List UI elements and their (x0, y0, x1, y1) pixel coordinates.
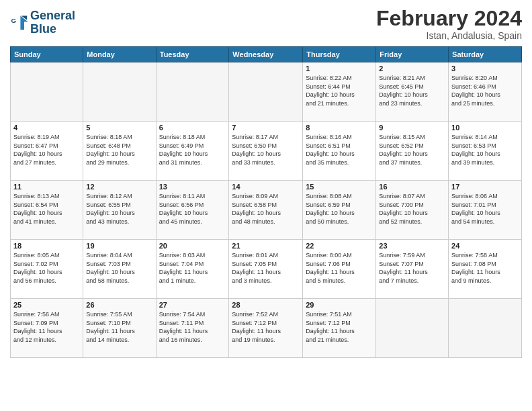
calendar-cell: 19Sunrise: 8:04 AM Sunset: 7:03 PM Dayli… (83, 240, 156, 299)
calendar-cell (83, 62, 156, 122)
calendar-cell (229, 62, 303, 122)
calendar-cell: 11Sunrise: 8:13 AM Sunset: 6:54 PM Dayli… (11, 181, 83, 240)
col-friday: Friday (376, 47, 449, 62)
day-number: 28 (232, 301, 300, 309)
day-info: Sunrise: 7:56 AM Sunset: 7:09 PM Dayligh… (13, 310, 80, 344)
day-number: 19 (86, 242, 152, 250)
calendar-cell (449, 299, 522, 358)
day-number: 26 (86, 301, 152, 309)
day-number: 10 (451, 124, 519, 132)
day-info: Sunrise: 8:17 AM Sunset: 6:50 PM Dayligh… (232, 133, 300, 167)
day-info: Sunrise: 8:06 AM Sunset: 7:01 PM Dayligh… (451, 192, 519, 226)
day-number: 23 (379, 242, 445, 250)
day-number: 22 (306, 242, 373, 250)
calendar-cell: 18Sunrise: 8:05 AM Sunset: 7:02 PM Dayli… (11, 240, 83, 299)
calendar-cell: 17Sunrise: 8:06 AM Sunset: 7:01 PM Dayli… (449, 181, 522, 240)
calendar-cell (376, 299, 449, 358)
day-number: 9 (379, 124, 445, 132)
calendar-week-1: 1Sunrise: 8:22 AM Sunset: 6:44 PM Daylig… (11, 62, 522, 122)
day-info: Sunrise: 8:04 AM Sunset: 7:03 PM Dayligh… (86, 251, 152, 285)
calendar-cell: 5Sunrise: 8:18 AM Sunset: 6:48 PM Daylig… (83, 122, 156, 181)
calendar-cell: 12Sunrise: 8:12 AM Sunset: 6:55 PM Dayli… (83, 181, 156, 240)
day-info: Sunrise: 8:03 AM Sunset: 7:04 PM Dayligh… (159, 251, 226, 285)
calendar-body: 1Sunrise: 8:22 AM Sunset: 6:44 PM Daylig… (11, 62, 522, 358)
day-number: 17 (451, 183, 519, 191)
day-info: Sunrise: 8:05 AM Sunset: 7:02 PM Dayligh… (13, 251, 80, 285)
day-number: 21 (232, 242, 300, 250)
day-number: 20 (159, 242, 226, 250)
day-number: 8 (306, 124, 373, 132)
calendar-cell: 8Sunrise: 8:16 AM Sunset: 6:51 PM Daylig… (303, 122, 376, 181)
day-info: Sunrise: 8:01 AM Sunset: 7:05 PM Dayligh… (232, 251, 300, 285)
day-info: Sunrise: 7:51 AM Sunset: 7:12 PM Dayligh… (306, 310, 373, 344)
month-title: February 2024 (376, 7, 522, 30)
page-container: G General Blue February 2024 Istan, Anda… (0, 0, 532, 361)
calendar-cell: 2Sunrise: 8:21 AM Sunset: 6:45 PM Daylig… (376, 62, 449, 122)
day-info: Sunrise: 8:11 AM Sunset: 6:56 PM Dayligh… (159, 192, 226, 226)
day-info: Sunrise: 7:59 AM Sunset: 7:07 PM Dayligh… (379, 251, 445, 285)
day-info: Sunrise: 8:09 AM Sunset: 6:58 PM Dayligh… (232, 192, 300, 226)
day-number: 3 (451, 64, 519, 73)
logo-line1: General (30, 9, 75, 23)
col-wednesday: Wednesday (229, 47, 303, 62)
calendar-cell: 14Sunrise: 8:09 AM Sunset: 6:58 PM Dayli… (229, 181, 303, 240)
calendar-cell: 10Sunrise: 8:14 AM Sunset: 6:53 PM Dayli… (449, 122, 522, 181)
day-info: Sunrise: 7:52 AM Sunset: 7:12 PM Dayligh… (232, 310, 300, 344)
logo-icon: G (10, 13, 29, 32)
day-info: Sunrise: 8:16 AM Sunset: 6:51 PM Dayligh… (306, 133, 373, 167)
calendar-cell: 15Sunrise: 8:08 AM Sunset: 6:59 PM Dayli… (303, 181, 376, 240)
calendar-table: Sunday Monday Tuesday Wednesday Thursday… (10, 46, 522, 358)
calendar-cell: 24Sunrise: 7:58 AM Sunset: 7:08 PM Dayli… (449, 240, 522, 299)
calendar-cell: 25Sunrise: 7:56 AM Sunset: 7:09 PM Dayli… (11, 299, 83, 358)
day-info: Sunrise: 8:15 AM Sunset: 6:52 PM Dayligh… (379, 133, 445, 167)
calendar-cell: 16Sunrise: 8:07 AM Sunset: 7:00 PM Dayli… (376, 181, 449, 240)
calendar-header: Sunday Monday Tuesday Wednesday Thursday… (11, 47, 522, 62)
col-thursday: Thursday (303, 47, 376, 62)
calendar-cell: 20Sunrise: 8:03 AM Sunset: 7:04 PM Dayli… (156, 240, 229, 299)
title-block: February 2024 Istan, Andalusia, Spain (376, 7, 522, 41)
day-number: 12 (86, 183, 152, 191)
calendar-cell: 4Sunrise: 8:19 AM Sunset: 6:47 PM Daylig… (11, 122, 83, 181)
day-number: 15 (306, 183, 373, 191)
calendar-cell: 3Sunrise: 8:20 AM Sunset: 6:46 PM Daylig… (449, 62, 522, 122)
day-info: Sunrise: 8:22 AM Sunset: 6:44 PM Dayligh… (306, 74, 373, 107)
day-info: Sunrise: 8:13 AM Sunset: 6:54 PM Dayligh… (13, 192, 80, 226)
day-info: Sunrise: 8:12 AM Sunset: 6:55 PM Dayligh… (86, 192, 152, 226)
day-number: 25 (13, 301, 80, 309)
day-number: 27 (159, 301, 226, 309)
svg-text:G: G (11, 17, 16, 24)
day-number: 11 (13, 183, 80, 191)
calendar-cell: 13Sunrise: 8:11 AM Sunset: 6:56 PM Dayli… (156, 181, 229, 240)
col-tuesday: Tuesday (156, 47, 229, 62)
header-row-days: Sunday Monday Tuesday Wednesday Thursday… (11, 47, 522, 62)
logo-line2: Blue (30, 23, 75, 36)
day-info: Sunrise: 8:00 AM Sunset: 7:06 PM Dayligh… (306, 251, 373, 285)
day-info: Sunrise: 8:18 AM Sunset: 6:49 PM Dayligh… (159, 133, 226, 167)
day-number: 4 (13, 124, 80, 132)
day-number: 16 (379, 183, 445, 191)
location-subtitle: Istan, Andalusia, Spain (376, 30, 522, 41)
logo: G General Blue (10, 9, 75, 36)
day-number: 13 (159, 183, 226, 191)
day-info: Sunrise: 8:18 AM Sunset: 6:48 PM Dayligh… (86, 133, 152, 167)
day-number: 5 (86, 124, 152, 132)
col-sunday: Sunday (11, 47, 83, 62)
calendar-cell: 26Sunrise: 7:55 AM Sunset: 7:10 PM Dayli… (83, 299, 156, 358)
col-saturday: Saturday (449, 47, 522, 62)
calendar-cell: 23Sunrise: 7:59 AM Sunset: 7:07 PM Dayli… (376, 240, 449, 299)
col-monday: Monday (83, 47, 156, 62)
day-number: 2 (379, 64, 445, 73)
day-number: 6 (159, 124, 226, 132)
day-info: Sunrise: 7:55 AM Sunset: 7:10 PM Dayligh… (86, 310, 152, 344)
day-info: Sunrise: 8:21 AM Sunset: 6:45 PM Dayligh… (379, 74, 445, 107)
calendar-cell: 9Sunrise: 8:15 AM Sunset: 6:52 PM Daylig… (376, 122, 449, 181)
calendar-cell (156, 62, 229, 122)
calendar-week-4: 18Sunrise: 8:05 AM Sunset: 7:02 PM Dayli… (11, 240, 522, 299)
calendar-week-3: 11Sunrise: 8:13 AM Sunset: 6:54 PM Dayli… (11, 181, 522, 240)
day-number: 1 (306, 64, 373, 73)
calendar-cell (11, 62, 83, 122)
day-number: 18 (13, 242, 80, 250)
calendar-cell: 21Sunrise: 8:01 AM Sunset: 7:05 PM Dayli… (229, 240, 303, 299)
day-info: Sunrise: 8:07 AM Sunset: 7:00 PM Dayligh… (379, 192, 445, 226)
day-number: 29 (306, 301, 373, 309)
